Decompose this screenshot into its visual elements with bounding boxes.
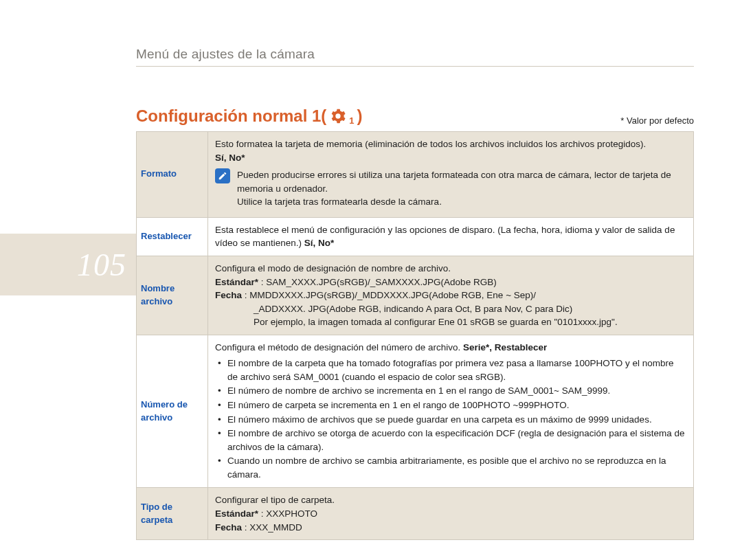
nombre-fecha: Fecha : MMDDXXXX.JPG(sRGB)/_MDDXXXX.JPG(… [215, 289, 686, 302]
tipo-estandar-value: : XXXPHOTO [258, 508, 317, 519]
content-area: Menú de ajustes de la cámara Configuraci… [136, 47, 715, 540]
nombre-estandar-value: : SAM_XXXX.JPG(sRGB)/_SAMXXXX.JPG(Adobe … [258, 277, 497, 287]
nombre-estandar: Estándar* : SAM_XXXX.JPG(sRGB)/_SAMXXXX.… [215, 276, 686, 289]
nombre-fecha-value: : MMDDXXXX.JPG(sRGB)/_MDDXXXX.JPG(Adobe … [242, 290, 536, 300]
note-icon [215, 168, 230, 183]
row-numero-archivo: Número de archivo Configura el método de… [137, 335, 694, 488]
cell-nombre-archivo: Configura el modo de designación de nomb… [208, 256, 694, 335]
default-value-note: * Valor por defecto [620, 115, 694, 126]
numero-intro-a: Configura el método de designación del n… [215, 342, 463, 352]
label-numero-archivo: Número de archivo [137, 335, 208, 488]
page-number: 105 [77, 247, 126, 283]
row-formato: Formato Esto formatea la tarjeta de memo… [137, 132, 694, 218]
nombre-fecha-line2: _ADDXXXX. JPG(Adobe RGB, indicando A par… [215, 302, 686, 316]
list-item: El número de carpeta se incrementa en 1 … [215, 399, 686, 412]
restablecer-bold: Sí, No* [304, 238, 335, 248]
list-item: El número máximo de archivos que se pued… [215, 413, 686, 427]
label-tipo-carpeta: Tipo de carpeta [137, 488, 208, 540]
formato-note1: Pueden producirse errores si utiliza una… [237, 168, 686, 195]
title-prefix: Configuración normal 1( [136, 107, 326, 126]
page-number-band: 105 [0, 234, 136, 295]
formato-note-body: Pueden producirse errores si utiliza una… [237, 168, 686, 209]
formato-options: Sí, No* [215, 151, 686, 165]
breadcrumb: Menú de ajustes de la cámara [136, 47, 694, 67]
gear-subscript: 1 [349, 115, 354, 126]
formato-note: Pueden producirse errores si utiliza una… [215, 168, 686, 209]
cell-tipo-carpeta: Configurar el tipo de carpeta. Estándar*… [208, 488, 694, 540]
cell-numero-archivo: Configura el método de designación del n… [208, 335, 694, 488]
nombre-estandar-label: Estándar* [215, 277, 258, 287]
list-item: El número de nombre de archivo se increm… [215, 384, 686, 398]
formato-note2: Utilice la tarjeta tras formatearla desd… [237, 195, 686, 209]
label-restablecer: Restablecer [137, 217, 208, 256]
tipo-estandar: Estándar* : XXXPHOTO [215, 507, 686, 521]
tipo-fecha: Fecha : XXX_MMDD [215, 521, 686, 535]
nombre-line1: Configura el modo de designación de nomb… [215, 262, 686, 276]
row-nombre-archivo: Nombre archivo Configura el modo de desi… [137, 256, 694, 335]
options-table: Formato Esto formatea la tarjeta de memo… [136, 131, 694, 540]
label-nombre-archivo: Nombre archivo [137, 256, 208, 335]
cell-formato: Esto formatea la tarjeta de memoria (eli… [208, 132, 694, 218]
gear-icon [330, 109, 346, 124]
list-item: El nombre de archivo se otorga de acuerd… [215, 427, 686, 453]
row-restablecer: Restablecer Esta restablece el menú de c… [137, 217, 694, 256]
tipo-fecha-label: Fecha [215, 522, 242, 533]
cell-restablecer: Esta restablece el menú de configuración… [208, 217, 694, 256]
row-tipo-carpeta: Tipo de carpeta Configurar el tipo de ca… [137, 488, 694, 540]
nombre-fecha-line3: Por ejemplo, la imagen tomada al configu… [215, 315, 686, 329]
title-row: Configuración normal 1( 1 ) * Valor por … [136, 107, 694, 126]
restablecer-text: Esta restablece el menú de configuración… [215, 225, 675, 249]
list-item: Cuando un nombre de archivo se cambia ar… [215, 454, 686, 481]
page-title: Configuración normal 1( 1 ) [136, 107, 363, 126]
tipo-fecha-value: : XXX_MMDD [242, 522, 302, 533]
tipo-estandar-label: Estándar* [215, 508, 258, 519]
title-suffix: ) [357, 107, 363, 126]
list-item: El nombre de la carpeta que ha tomado fo… [215, 357, 686, 383]
label-formato: Formato [137, 132, 208, 218]
nombre-fecha-label: Fecha [215, 290, 242, 300]
manual-page: 105 Menú de ajustes de la cámara Configu… [0, 0, 742, 560]
formato-intro: Esto formatea la tarjeta de memoria (eli… [215, 137, 686, 151]
numero-intro: Configura el método de designación del n… [215, 341, 686, 355]
numero-bullets: El nombre de la carpeta que ha tomado fo… [215, 357, 686, 481]
numero-intro-bold: Serie*, Restablecer [463, 342, 547, 352]
tipo-line1: Configurar el tipo de carpeta. [215, 493, 686, 507]
